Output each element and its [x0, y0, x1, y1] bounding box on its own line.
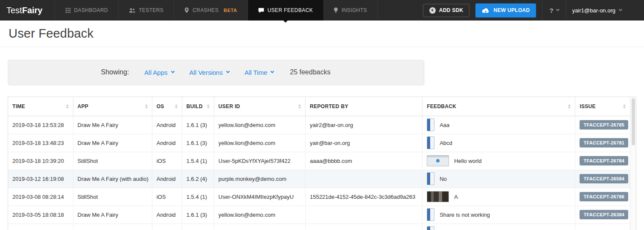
user-menu[interactable]: yair1@bar-on.org [572, 7, 622, 14]
cell-os: Android [152, 134, 182, 152]
column-header-time[interactable]: TIME [8, 97, 73, 116]
nav-item-dashboard[interactable]: DASHBOARD [55, 0, 119, 21]
cell-issue: TFACCEPT-26384 [575, 206, 630, 224]
issue-badge[interactable]: TFACCEPT-26784 [580, 156, 628, 165]
column-label: TIME [12, 103, 25, 109]
feedback-table: TIMEAPPOSBUILDUSER IDREPORTED BYFEEDBACK… [8, 97, 636, 230]
issue-badge[interactable]: TFACCEPT-26785 [580, 120, 628, 130]
issue-badge[interactable]: TFACCEPT-26786 [580, 192, 628, 201]
cell-time: 2019-03-12 16:19:08 [8, 170, 73, 188]
cell-time: 2019-03-08 08:28:14 [8, 188, 73, 206]
nav-item-testers[interactable]: TESTERS [119, 0, 174, 21]
chevron-down-icon [619, 8, 622, 11]
feedback-table-grid: TIMEAPPOSBUILDUSER IDREPORTED BYFEEDBACK… [8, 97, 630, 230]
cell-time: 2019-03-18 13:53:28 [8, 116, 73, 134]
app-root: TestFairy DASHBOARDTESTERSCRASHESBETAUSE… [0, 0, 644, 230]
testfairy-logo[interactable]: TestFairy [0, 0, 55, 21]
nav-item-user-feedback[interactable]: USER FEEDBACK [248, 0, 324, 21]
cell-reported-by [305, 224, 422, 230]
column-label: USER ID [219, 103, 240, 109]
feedback-row[interactable]: 2019-03-12 16:19:08Draw Me A Fairy (with… [8, 170, 630, 188]
cell-reported-by: aaaa@bbbb.com [305, 152, 422, 170]
page-title: User Feedback [9, 27, 93, 41]
feedback-row[interactable] [8, 224, 630, 230]
feedback-row[interactable]: 2019-03-08 08:28:14StillShotiOS1.5.4 (1)… [8, 188, 630, 206]
chevron-down-icon [556, 8, 559, 11]
cell-reported-by [305, 170, 422, 188]
feedback-thumbnail[interactable] [427, 226, 434, 230]
issue-badge[interactable]: TFACCEPT-26584 [580, 174, 628, 183]
column-header-feedback[interactable]: FEEDBACK [423, 97, 575, 116]
feedback-thumbnail[interactable] [427, 172, 434, 185]
sort-icon[interactable] [66, 104, 69, 109]
help-menu[interactable]: ? [542, 0, 566, 21]
cell-user-id: purple.monkey@demo.com [214, 170, 305, 188]
cell-time: 2019-03-05 18:08:18 [8, 206, 73, 224]
nav-item-crashes[interactable]: CRASHESBETA [174, 0, 248, 21]
feedback-row[interactable]: 2019-03-18 13:53:28Draw Me A FairyAndroi… [8, 116, 630, 134]
chevron-down-icon [271, 70, 274, 73]
cell-reported-by [305, 206, 422, 224]
cell-app: StillShot [73, 152, 152, 170]
column-header-user-id[interactable]: USER ID [214, 97, 305, 116]
sort-icon[interactable] [623, 104, 626, 109]
showing-label: Showing: [101, 68, 129, 76]
column-header-app[interactable]: APP [73, 97, 152, 116]
column-header-issue[interactable]: ISSUE [575, 97, 630, 116]
feedback-thumbnail[interactable] [427, 118, 434, 131]
sort-icon[interactable] [145, 104, 148, 109]
add-sdk-label: ADD SDK [439, 7, 463, 13]
issue-badge[interactable]: TFACCEPT-26384 [580, 210, 628, 219]
dashboard-grid-icon [65, 8, 71, 13]
cell-app: Draw Me A Fairy [73, 134, 152, 152]
filter-bar: Showing: All Apps All Versions All Time … [8, 60, 424, 85]
sort-icon[interactable] [175, 104, 178, 109]
versions-filter-dropdown[interactable]: All Versions [189, 69, 229, 76]
column-header-build[interactable]: BUILD [182, 97, 214, 116]
feedback-text: A [454, 194, 458, 200]
issue-badge[interactable]: TFACCEPT-26781 [580, 138, 628, 147]
chevron-down-icon [226, 70, 230, 73]
sort-icon[interactable] [298, 104, 301, 109]
help-icon: ? [549, 7, 553, 14]
cell-issue: TFACCEPT-26785 [575, 116, 630, 134]
main-nav: DASHBOARDTESTERSCRASHESBETAUSER FEEDBACK… [55, 0, 378, 21]
table-scrollbar[interactable] [630, 97, 636, 230]
sort-icon[interactable] [207, 104, 210, 109]
feedback-row[interactable]: 2019-03-18 13:48:23Draw Me A FairyAndroi… [8, 134, 630, 152]
feedback-row[interactable]: 2019-03-18 10:39:20StillShotiOS1.5.4 (1)… [8, 152, 630, 170]
nav-item-label: DASHBOARD [74, 7, 108, 13]
column-label: APP [78, 103, 89, 109]
time-filter-dropdown[interactable]: All Time [245, 69, 274, 76]
feedback-thumbnail[interactable] [427, 155, 449, 166]
cell-time: 2019-03-18 10:39:20 [8, 152, 73, 170]
cell-user-id: User-5pKDsYfXYAjeI573f422 [214, 152, 305, 170]
plus-icon: + [429, 7, 436, 14]
cell-feedback: Abcd [423, 134, 575, 152]
nav-item-insights[interactable]: INSIGHTS [323, 0, 378, 21]
cell-feedback: No [423, 170, 575, 188]
cell-user-id: yellow.lion@demo.com [214, 116, 305, 134]
cell-build: 1.6.1 (3) [182, 206, 214, 224]
scrollbar-thumb[interactable] [632, 98, 635, 145]
navbar-right: + ADD SDK NEW UPLOAD ? yair1@bar-on.org [423, 0, 644, 21]
feedback-thumbnail[interactable] [427, 191, 449, 202]
feedback-thumbnail[interactable] [427, 208, 434, 221]
feedback-thumbnail[interactable] [427, 136, 434, 149]
cell-build: 1.5.4 (1) [182, 152, 214, 170]
add-sdk-button[interactable]: + ADD SDK [423, 4, 470, 17]
top-navbar: TestFairy DASHBOARDTESTERSCRASHESBETAUSE… [0, 0, 644, 21]
cell-os: Android [152, 206, 182, 224]
new-upload-button[interactable]: NEW UPLOAD [475, 3, 536, 18]
feedback-row[interactable]: 2019-03-05 18:08:18Draw Me A FairyAndroi… [8, 206, 630, 224]
insights-bulb-icon [334, 7, 338, 13]
feedback-count: 25 feedbacks [290, 68, 330, 76]
apps-filter-dropdown[interactable]: All Apps [144, 69, 174, 76]
versions-filter-value: All Versions [189, 69, 223, 76]
sort-icon[interactable] [568, 104, 571, 109]
cell-issue: TFACCEPT-26784 [575, 152, 630, 170]
cell-feedback: A [423, 188, 575, 206]
column-header-os[interactable]: OS [152, 97, 182, 116]
cell-os: iOS [152, 188, 182, 206]
time-filter-value: All Time [245, 69, 267, 76]
